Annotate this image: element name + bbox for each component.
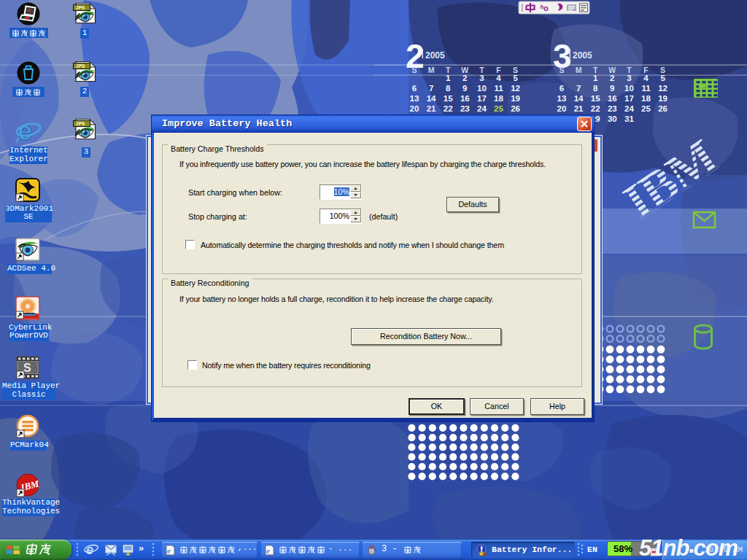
svg-text:e: e: [18, 117, 32, 144]
svg-text:M: M: [576, 66, 582, 74]
svg-text:T: T: [446, 66, 451, 74]
svg-text:20: 20: [410, 104, 419, 113]
svg-text:13: 13: [557, 94, 567, 103]
svg-text:JPG: JPG: [76, 121, 85, 127]
svg-text:M: M: [428, 66, 435, 74]
svg-text:20: 20: [557, 104, 567, 113]
svg-text:13: 13: [410, 94, 419, 103]
svg-text:2: 2: [610, 74, 614, 82]
svg-text:2005: 2005: [425, 50, 445, 61]
svg-text:3: 3: [627, 74, 631, 82]
svg-text:12: 12: [511, 84, 520, 93]
svg-text:JPG: JPG: [76, 5, 85, 11]
svg-text:6: 6: [560, 84, 564, 93]
svg-text:17: 17: [624, 94, 634, 103]
svg-text:14: 14: [427, 94, 436, 103]
svg-text:12: 12: [658, 84, 667, 93]
svg-text:S: S: [660, 66, 665, 74]
svg-text:S: S: [23, 362, 31, 374]
svg-text:T: T: [627, 66, 632, 74]
svg-text:15: 15: [591, 94, 600, 103]
svg-text:26: 26: [511, 104, 520, 113]
svg-text:1: 1: [446, 74, 451, 82]
svg-text:6: 6: [412, 84, 417, 93]
svg-text:ʱo: ʱo: [541, 4, 549, 12]
svg-text:21: 21: [427, 104, 436, 113]
svg-text:31: 31: [624, 114, 634, 123]
svg-text:7: 7: [429, 84, 433, 93]
svg-text:16: 16: [460, 94, 470, 103]
svg-text:22: 22: [444, 104, 453, 113]
svg-text:3: 3: [479, 74, 484, 82]
svg-text:S: S: [411, 66, 417, 74]
svg-text:1: 1: [593, 74, 598, 82]
svg-text:JPG: JPG: [76, 63, 85, 69]
svg-text:2005: 2005: [573, 50, 592, 61]
svg-text:T: T: [479, 66, 484, 74]
svg-text:9: 9: [462, 84, 467, 93]
svg-text:7: 7: [576, 84, 581, 93]
svg-text:23: 23: [460, 104, 470, 113]
svg-text:18: 18: [494, 94, 503, 103]
svg-text:8: 8: [593, 84, 598, 93]
svg-text:17: 17: [477, 94, 487, 103]
svg-text:W: W: [461, 66, 468, 74]
svg-text:10: 10: [624, 84, 634, 93]
svg-text:21: 21: [574, 104, 584, 113]
svg-text:11: 11: [494, 84, 503, 93]
svg-text:24: 24: [477, 104, 487, 113]
svg-text:S: S: [559, 66, 564, 74]
svg-text:19: 19: [511, 94, 520, 103]
svg-text:25: 25: [641, 104, 651, 113]
svg-text:24: 24: [624, 104, 634, 113]
svg-text:F: F: [496, 66, 501, 74]
svg-text:T: T: [593, 66, 598, 74]
svg-text:5: 5: [660, 74, 665, 82]
svg-text:22: 22: [591, 104, 600, 113]
svg-text:11: 11: [641, 84, 651, 93]
svg-text:W: W: [608, 66, 616, 74]
svg-text:30: 30: [608, 114, 617, 123]
svg-text:19: 19: [658, 94, 667, 103]
svg-text:23: 23: [608, 104, 617, 113]
svg-text:e: e: [266, 546, 270, 555]
svg-text:18: 18: [641, 94, 651, 103]
svg-text:26: 26: [658, 104, 667, 113]
svg-text:16: 16: [608, 94, 617, 103]
svg-text:14: 14: [574, 94, 584, 103]
svg-text:25: 25: [494, 104, 503, 113]
svg-text:»: »: [139, 542, 144, 553]
svg-text:15: 15: [444, 94, 453, 103]
svg-text:4: 4: [496, 74, 501, 82]
svg-text:4: 4: [643, 74, 649, 82]
svg-text:S: S: [513, 66, 518, 74]
svg-text:F: F: [643, 66, 649, 74]
svg-text:2: 2: [462, 74, 467, 82]
svg-text:e: e: [167, 546, 171, 555]
svg-text:8: 8: [446, 84, 451, 93]
svg-text:10: 10: [477, 84, 487, 93]
svg-text:5: 5: [513, 74, 518, 82]
svg-text:9: 9: [610, 84, 614, 93]
